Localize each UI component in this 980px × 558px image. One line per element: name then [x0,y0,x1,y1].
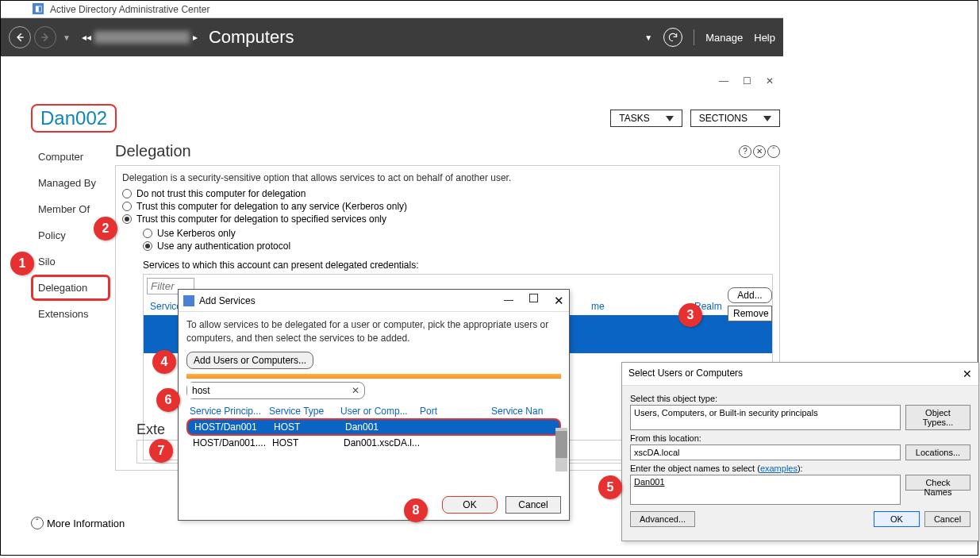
more-information[interactable]: ˆ More Information [31,517,125,529]
service-row-1[interactable]: HOST/Dan001 HOST Dan001 [186,418,561,436]
filter-text-input[interactable] [187,383,342,398]
callout-6: 6 [156,388,180,412]
nav-forward-button[interactable] [34,26,56,48]
service-filter-input[interactable]: ✕ [186,382,365,399]
section-title: Delegation [115,142,191,160]
tasks-dropdown[interactable]: TASKS [610,110,682,127]
service-row-2[interactable]: HOST/Dan001.... HOST Dan001.xscDA.l... [186,436,561,450]
tab-managed-by[interactable]: Managed By [31,170,110,196]
nav-back-button[interactable] [9,26,31,48]
dialog-maximize[interactable] [529,294,538,302]
property-window-controls: — ☐ ✕ [719,75,782,87]
radio-any-protocol[interactable] [143,241,152,251]
delegation-desc: Delegation is a security-sensitive optio… [122,172,773,183]
titlebar: ◧ Active Directory Administrative Center [1,1,783,18]
object-title: Dan002 [31,104,117,133]
dialog-icon [183,295,194,306]
locations-button[interactable]: Locations... [905,444,970,460]
advanced-button[interactable]: Advanced... [630,511,695,527]
close-button[interactable]: ✕ [766,75,774,87]
cancel-button[interactable]: Cancel [505,496,561,514]
callout-7: 7 [149,439,173,463]
chevron-right-icon: ▸ [193,32,198,43]
col-spn[interactable]: Service Princip... [186,404,266,418]
navbar: ▼ ◂◂ ▸ Computers ▼ Manage Help [1,18,783,56]
help-menu[interactable]: Help [754,32,775,44]
app-icon: ◧ [33,3,44,14]
location-field: xscDA.local [630,444,901,460]
clear-filter-icon[interactable]: ✕ [347,385,364,396]
callout-2: 2 [94,217,117,241]
breadcrumb-redacted [94,31,190,44]
refresh-button[interactable] [663,28,682,47]
extensions-title: Exte [136,421,165,437]
su-cancel-button[interactable]: Cancel [924,511,970,527]
breadcrumb-computers[interactable]: Computers [209,27,294,48]
chevron-up-icon: ˆ [31,517,44,529]
radio-no-trust[interactable] [122,189,132,198]
add-button[interactable]: Add... [728,287,772,303]
collapse-icon[interactable]: ˆ [767,145,780,158]
dialog-title: Add Services [199,295,256,306]
maximize-button[interactable]: ☐ [743,75,751,87]
window-title: Active Directory Administrative Center [50,4,209,15]
select-users-dialog: Select Users or Computers ✕ Select this … [621,362,979,541]
triangle-down-icon [763,116,771,121]
add-users-computers-button[interactable]: Add Users or Computers... [186,352,313,369]
tab-delegation[interactable]: Delegation [31,275,110,301]
location-label: From this location: [630,433,970,443]
su-close-button[interactable]: ✕ [963,368,972,380]
su-ok-button[interactable]: OK [874,511,920,527]
nav-history-dropdown[interactable]: ▼ [63,33,71,42]
su-title: Select Users or Computers [628,368,743,380]
col-type[interactable]: Service Type [266,404,337,418]
close-section-icon[interactable]: ✕ [753,145,766,158]
check-names-button[interactable]: Check Names [905,475,970,491]
progress-bar [186,374,561,379]
remove-button[interactable]: Remove [728,306,772,321]
triangle-down-icon [666,116,674,121]
tab-silo[interactable]: Silo [31,248,110,275]
minimize-button[interactable]: — [719,75,728,87]
nav-dropdown-icon[interactable]: ▼ [644,33,652,42]
help-icon[interactable]: ? [739,145,751,158]
breadcrumb: ◂◂ ▸ Computers [82,27,294,48]
tab-computer[interactable]: Computer [31,144,110,170]
col-svcname[interactable]: Service Nan [488,404,551,418]
radio-trust-specified[interactable] [122,214,132,224]
dialog-minimize[interactable] [504,300,513,302]
side-tabs: Computer Managed By Member Of Policy Sil… [31,142,110,471]
sections-dropdown[interactable]: SECTIONS [690,110,780,127]
examples-link[interactable]: examples [760,464,797,473]
manage-menu[interactable]: Manage [705,32,743,44]
names-label: Enter the object names to select (exampl… [630,464,970,473]
obj-type-label: Select this object type: [630,394,970,403]
object-names-input[interactable]: Dan001 [630,475,901,505]
radio-trust-any[interactable] [122,202,132,211]
ok-button[interactable]: OK [442,496,498,514]
dialog-close[interactable]: ✕ [554,294,564,308]
services-label: Services to which this account can prese… [143,260,773,271]
callout-8: 8 [404,498,428,522]
callout-4: 4 [152,350,176,374]
object-types-button[interactable]: Object Types... [905,405,970,430]
nav-rewind[interactable]: ◂◂ [82,32,91,43]
tab-extensions[interactable]: Extensions [31,301,110,327]
col-name[interactable]: me [591,301,663,312]
callout-5: 5 [598,475,622,499]
radio-kerberos-only[interactable] [143,229,152,238]
col-user[interactable]: User or Comp... [337,404,417,418]
col-port[interactable]: Port [417,404,488,418]
service-list-header: Service Princip... Service Type User or … [186,404,561,418]
scrollbar[interactable] [555,428,567,471]
dialog-desc: To allow services to be delegated for a … [186,318,561,345]
callout-1: 1 [10,252,34,275]
add-services-dialog: Add Services ✕ To allow services to be d… [178,289,570,521]
obj-type-field: Users, Computers, or Built-in security p… [630,405,901,430]
callout-3: 3 [678,303,702,327]
